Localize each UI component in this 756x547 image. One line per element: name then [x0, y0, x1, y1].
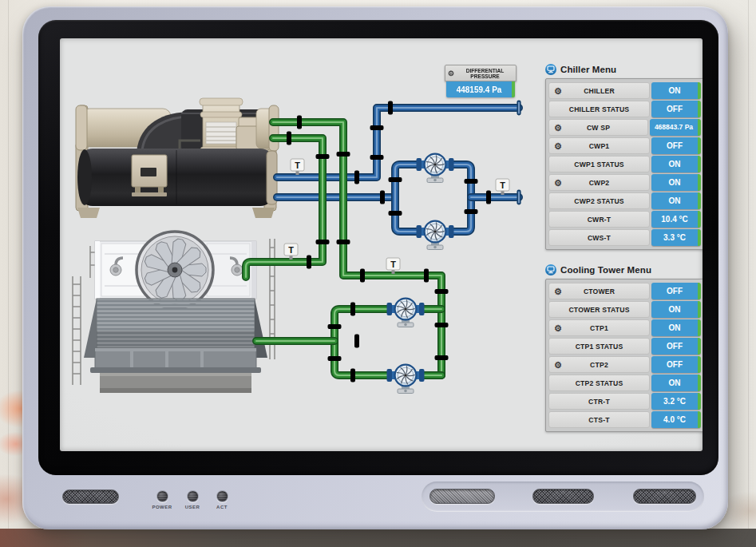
menu-row: CHILLER STATUSOFF	[548, 101, 701, 117]
row-value-button[interactable]: OFF	[651, 356, 701, 373]
chiller-menu-header: Chiller Menu	[545, 63, 703, 76]
svg-text:T: T	[500, 180, 505, 190]
cwp1-pump-icon	[417, 153, 454, 183]
menu-row: CTS-T4.0 °C	[548, 411, 701, 428]
hmi-terminal-icon	[545, 264, 556, 275]
gear-icon[interactable]: ⚙	[554, 287, 562, 295]
gear-icon[interactable]: ⚙	[554, 323, 562, 332]
hmi-terminal-icon	[545, 64, 556, 75]
svg-text:T: T	[390, 260, 396, 269]
backdrop-table-edge	[0, 529, 756, 547]
row-value-button: ON	[651, 192, 701, 209]
row-label-text: CW SP	[587, 124, 610, 132]
row-label-text: CWP1	[589, 142, 610, 150]
act-led	[216, 490, 228, 502]
gear-icon[interactable]: ⚙	[554, 141, 562, 150]
menu-row: CTP2 STATUSON	[548, 375, 701, 391]
differential-pressure-display: ⚙ DIFFERENTIAL PRESSURE 448159.4 Pa	[445, 65, 517, 97]
row-label: CWR-T	[548, 211, 650, 228]
row-value-button: OFF	[651, 101, 701, 117]
ctp2-pump-icon	[387, 364, 425, 394]
row-value-button: ON	[651, 156, 701, 172]
menu-row: ⚙CTOWEROFF	[548, 283, 701, 299]
menu-row: CWS-T3.3 °C	[548, 229, 701, 246]
act-led-label: ACT	[204, 505, 239, 509]
row-label-text: CTP1 STATUS	[576, 343, 623, 351]
gear-icon[interactable]: ⚙	[554, 178, 562, 187]
cooling-tower-menu-title: Cooling Tower Menu	[560, 265, 651, 275]
vent-grille	[429, 489, 495, 504]
row-label: ⚙CWP1	[548, 137, 650, 154]
row-label-text: CTOWER STATUS	[568, 306, 629, 314]
row-label: CTR-T	[548, 393, 650, 410]
row-label-text: CWR-T	[588, 216, 612, 224]
row-value-button[interactable]: OFF	[651, 283, 701, 299]
row-label: CHILLER STATUS	[548, 101, 650, 117]
vent-grille	[532, 489, 594, 504]
row-label-text: CTR-T	[588, 398, 610, 406]
row-value-button[interactable]: ON	[651, 319, 701, 336]
menu-row: CTP1 STATUSOFF	[548, 338, 701, 355]
menu-row: CWP2 STATUSON	[548, 192, 701, 209]
row-label-text: CTP2	[590, 361, 608, 369]
chiller-menu-panel: ⚙CHILLERONCHILLER STATUSOFF⚙CW SP468843.…	[545, 78, 703, 250]
row-value-button[interactable]: 468843.7 Pa	[650, 119, 701, 136]
row-value-button: 10.4 °C	[651, 211, 701, 228]
menu-row: CWP1 STATUSON	[548, 156, 701, 172]
row-value-button: 3.2 °C	[651, 393, 701, 410]
row-label-text: CWS-T	[588, 234, 611, 242]
gear-icon[interactable]: ⚙	[448, 69, 454, 77]
row-label: CWP2 STATUS	[548, 192, 650, 209]
row-value-button: OFF	[651, 338, 701, 355]
chiller-menu-title: Chiller Menu	[560, 65, 616, 74]
menu-row: ⚙CTP1ON	[548, 319, 701, 336]
temp-sensor-cws: T	[291, 159, 304, 175]
backdrop-seam-right	[748, 0, 749, 547]
vent-grille	[633, 489, 696, 504]
row-value-button: ON	[651, 301, 701, 318]
gear-icon[interactable]: ⚙	[554, 123, 562, 132]
row-label: CTOWER STATUS	[548, 301, 650, 318]
row-label-text: CTP2 STATUS	[576, 379, 623, 387]
row-label: CWS-T	[548, 229, 650, 246]
row-value-button: 3.3 °C	[651, 229, 701, 246]
row-label-text: CTP1	[590, 324, 608, 332]
cooling-tower-menu: Cooling Tower Menu ⚙CTOWEROFFCTOWER STAT…	[545, 264, 703, 432]
cooling-tower-menu-header: Cooling Tower Menu	[545, 264, 703, 276]
row-label: CTP2 STATUS	[548, 375, 650, 391]
power-led	[156, 490, 168, 502]
svg-text:T: T	[295, 161, 300, 170]
row-label-text: CHILLER	[584, 87, 615, 95]
row-label: CWP1 STATUS	[548, 156, 650, 172]
row-label: ⚙CHILLER	[548, 82, 650, 99]
row-label-text: CWP1 STATUS	[574, 161, 624, 168]
ctp1-pump-icon	[387, 298, 425, 327]
row-label-text: CTOWER	[584, 287, 615, 295]
menu-row: ⚙CHILLERON	[548, 82, 701, 99]
menu-row: CTR-T3.2 °C	[548, 393, 701, 410]
gear-icon[interactable]: ⚙	[554, 86, 562, 95]
row-value-button[interactable]: OFF	[651, 137, 701, 154]
row-label: ⚙CW SP	[548, 119, 648, 136]
chiller-menu: Chiller Menu ⚙CHILLERONCHILLER STATUSOFF…	[545, 63, 703, 250]
gear-icon[interactable]: ⚙	[554, 360, 562, 369]
cwp2-pump-icon	[417, 220, 454, 250]
temp-sensor-cwr: T	[496, 179, 509, 195]
menu-row: ⚙CW SP468843.7 Pa	[548, 119, 701, 136]
row-label-text: CHILLER STATUS	[569, 105, 630, 113]
menu-row: CWR-T10.4 °C	[548, 211, 701, 228]
row-label: ⚙CTP1	[548, 319, 650, 336]
row-value-button: 4.0 °C	[651, 411, 701, 428]
row-label: ⚙CTOWER	[548, 283, 650, 299]
hmi-screen: T T T T ⚙ DIFFERENTIAL	[60, 38, 703, 451]
screen-bezel: T T T T ⚙ DIFFERENTIAL	[38, 20, 718, 475]
menu-row: ⚙CTP2OFF	[548, 356, 701, 373]
row-value-button[interactable]: ON	[651, 174, 701, 191]
menu-row: ⚙CWP2ON	[548, 174, 701, 191]
cooling-tower-graphic	[73, 232, 275, 393]
chiller-graphic	[76, 98, 279, 218]
row-value-button[interactable]: ON	[651, 82, 701, 99]
row-value-button: ON	[651, 375, 701, 391]
differential-pressure-title: DIFFERENTIAL PRESSURE	[466, 68, 505, 79]
menu-row: CTOWER STATUSON	[548, 301, 701, 318]
